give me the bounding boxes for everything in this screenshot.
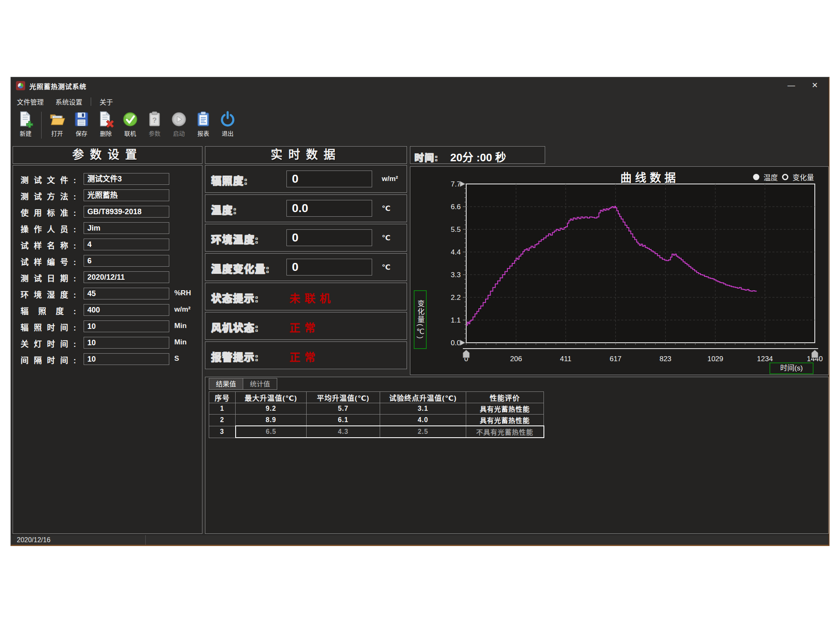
param-label: 使用标准:	[21, 207, 76, 218]
result-cell: 2.5	[380, 426, 466, 438]
result-cell: 具有光蓄热性能	[466, 415, 544, 426]
menu-item-3[interactable]: 关于	[94, 97, 119, 107]
param-input-12[interactable]: 10	[84, 353, 169, 365]
param-row: 操作人员:Jim	[13, 222, 202, 234]
table-row[interactable]: 36.54.32.5不具有光蓄热性能	[209, 426, 544, 438]
table-row[interactable]: 28.96.14.0具有光蓄热性能	[209, 415, 544, 426]
params-panel: 测试文件:测试文件3测试方法:光照蓄热使用标准:GB/T8939-2018操作人…	[13, 165, 202, 534]
legend-delta-label: 变化量	[793, 172, 814, 182]
toolbar-label: 退出	[215, 129, 240, 137]
results-col-header: 平均升温值(℃)	[307, 392, 380, 403]
temperature-radio-icon[interactable]	[753, 174, 759, 180]
realtime-unit: w/m²	[382, 175, 398, 183]
param-label: 试样名称:	[21, 239, 76, 251]
param-input-3[interactable]: GB/T8939-2018	[84, 206, 169, 218]
toolbar-button-report-clipboard[interactable]: 报表	[191, 109, 215, 137]
realtime-value-display: 0	[286, 171, 372, 187]
toolbar-button-new-doc[interactable]: 新建	[13, 109, 38, 137]
y-axis-slider-handle[interactable]	[460, 340, 465, 346]
report-clipboard-icon	[195, 111, 212, 128]
y-tick-label: 5.5	[451, 226, 461, 234]
params-panel-title: 参数设置	[13, 146, 202, 164]
param-row: 环境湿度:45%RH	[13, 288, 202, 299]
status-value: 未联机	[289, 290, 335, 305]
param-label: 试样编号:	[21, 256, 76, 267]
param-input-1[interactable]: 测试文件3	[84, 173, 169, 185]
x-axis-label-box: 时间(s)	[769, 362, 814, 374]
status-label: 报警提示:	[211, 349, 259, 364]
close-button[interactable]: ✕	[805, 79, 824, 92]
status-bar: 2020/12/16	[11, 535, 829, 546]
status-label: 风机状态:	[211, 320, 259, 334]
menu-bar: 文件管理系统设置关于	[11, 94, 829, 109]
result-cell: 6.5	[236, 426, 307, 438]
toolbar-button-open-folder[interactable]: 打开	[45, 109, 69, 137]
result-cell: 具有光蓄热性能	[466, 403, 544, 415]
status-separator	[145, 535, 146, 546]
param-input-9[interactable]: 400	[84, 304, 169, 316]
toolbar-label: 保存	[69, 129, 94, 137]
realtime-value-group: 环境温度:0℃	[205, 224, 407, 252]
param-row: 试样编号:6	[13, 255, 202, 267]
toolbar-label: 新建	[13, 129, 38, 137]
exit-power-icon	[219, 111, 236, 128]
param-label: 测试文件:	[21, 174, 76, 185]
param-input-2[interactable]: 光照蓄热	[84, 189, 169, 201]
realtime-label: 温度变化量:	[211, 261, 270, 276]
toolbar-button-online-check[interactable]: 联机	[118, 109, 142, 137]
delta-radio-icon[interactable]	[782, 174, 788, 180]
toolbar-label: 联机	[118, 129, 142, 137]
tab-result-values[interactable]: 结果值	[209, 378, 243, 390]
realtime-label: 辐照度:	[211, 173, 248, 187]
table-row[interactable]: 19.25.73.1具有光蓄热性能	[209, 403, 544, 415]
y-axis-slider-handle[interactable]	[460, 181, 465, 187]
param-label: 环境湿度:	[21, 289, 76, 300]
toolbar-button-exit-power[interactable]: 退出	[215, 109, 240, 137]
param-input-8[interactable]: 45	[84, 288, 169, 299]
param-input-10[interactable]: 10	[84, 320, 169, 332]
results-tabs: 结果值 统计值	[209, 378, 277, 390]
param-unit: S	[174, 354, 179, 363]
tab-statistics[interactable]: 统计值	[243, 378, 277, 390]
y-axis-label-box: 变化量(℃)	[414, 290, 427, 349]
toolbar-label: 打开	[45, 129, 69, 137]
x-tick-label: 411	[560, 355, 571, 363]
realtime-value-group: 温度:0.0℃	[205, 194, 407, 222]
realtime-value-display: 0	[286, 259, 372, 276]
status-value: 正常	[289, 349, 320, 364]
new-doc-icon	[17, 111, 34, 128]
param-label: 测试方法:	[21, 190, 76, 202]
result-cell: 4.0	[380, 415, 466, 426]
param-label: 辐照度:	[21, 305, 76, 316]
param-input-6[interactable]: 6	[84, 255, 169, 267]
param-input-11[interactable]: 10	[84, 337, 169, 349]
x-tick-label: 617	[609, 355, 621, 363]
toolbar-button-save[interactable]: 保存	[69, 109, 94, 137]
title-bar: 光照蓄热测试系统 — ✕	[11, 77, 829, 94]
realtime-unit: ℃	[382, 234, 391, 242]
toolbar-button-start-play: 启动	[167, 109, 191, 137]
param-input-5[interactable]: 4	[84, 239, 169, 250]
param-input-7[interactable]: 2020/12/11	[84, 271, 169, 283]
realtime-value-display: 0.0	[286, 200, 372, 217]
param-label: 辐照时间:	[21, 321, 76, 333]
toolbar-label: 启动	[167, 129, 191, 137]
param-row: 间隔时间:10S	[13, 353, 202, 365]
results-col-header: 性能评价	[466, 392, 544, 403]
minimize-button[interactable]: —	[782, 79, 801, 92]
menu-item-1[interactable]: 文件管理	[11, 97, 50, 107]
y-tick-label: 3.3	[451, 271, 461, 279]
param-row: 辐照时间:10Min	[13, 320, 202, 332]
y-tick-label: 1.1	[451, 316, 461, 324]
toolbar-button-delete-doc[interactable]: 删除	[94, 109, 118, 137]
toolbar-button-params-clipboard: ?参数	[142, 109, 167, 137]
x-scrollbar-handle[interactable]	[811, 350, 818, 358]
legend-temperature-label: 温度	[764, 172, 778, 182]
realtime-status-group: 状态提示:未联机	[205, 283, 407, 310]
x-scrollbar-handle[interactable]	[463, 350, 470, 358]
menu-item-2[interactable]: 系统设置	[50, 97, 88, 107]
param-input-4[interactable]: Jim	[84, 222, 169, 234]
param-row: 使用标准:GB/T8939-2018	[13, 206, 202, 218]
param-row: 测试方法:光照蓄热	[13, 189, 202, 201]
param-unit: w/m²	[174, 305, 191, 314]
